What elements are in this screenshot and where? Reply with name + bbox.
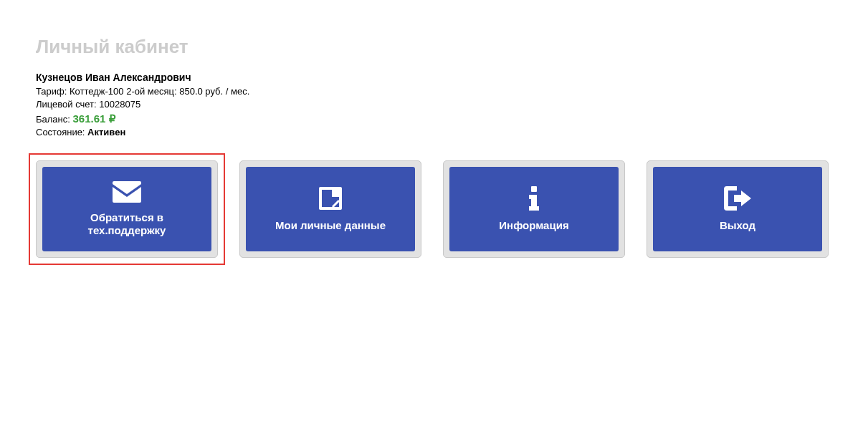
status-value: Активен — [87, 127, 125, 138]
user-info-block: Кузнецов Иван Александрович Тариф: Котте… — [36, 71, 832, 139]
note-icon — [319, 186, 342, 211]
card-support-highlight: Обратиться в тех.поддержку — [29, 153, 225, 265]
card-info-wrapper: Информация — [443, 160, 625, 258]
signout-icon — [724, 186, 751, 211]
cards-row: Обратиться в тех.поддержку — [36, 160, 832, 258]
card-support[interactable]: Обратиться в тех.поддержку — [42, 167, 211, 251]
balance-label: Баланс: — [36, 114, 70, 125]
card-info[interactable]: Информация — [449, 167, 619, 251]
card-personal-wrapper: Мои личные данные — [239, 160, 421, 258]
svg-rect-0 — [531, 186, 537, 192]
tariff-value: Коттедж-100 2-ой месяц: 850.0 руб. / мес… — [70, 86, 249, 97]
info-icon — [529, 186, 539, 211]
card-personal-label: Мои личные данные — [275, 219, 386, 233]
status-label: Состояние: — [36, 127, 85, 138]
account-value: 10028075 — [99, 99, 140, 110]
balance-value: 361.61 ₽ — [73, 112, 116, 125]
card-outer-info: Информация — [443, 160, 625, 258]
card-outer-exit: Выход — [647, 160, 829, 258]
card-personal[interactable]: Мои личные данные — [246, 167, 415, 251]
user-name: Кузнецов Иван Александрович — [36, 71, 832, 85]
card-exit[interactable]: Выход — [653, 167, 822, 251]
envelope-icon — [113, 181, 141, 203]
card-support-label: Обратиться в тех.поддержку — [88, 211, 166, 238]
page-title: Личный кабинет — [36, 36, 832, 58]
account-line: Лицевой счет: 10028075 — [36, 98, 832, 111]
card-outer-support: Обратиться в тех.поддержку — [36, 160, 218, 258]
card-outer-personal: Мои личные данные — [239, 160, 421, 258]
account-label: Лицевой счет: — [36, 99, 97, 110]
card-exit-wrapper: Выход — [647, 160, 829, 258]
tariff-label: Тариф: — [36, 86, 67, 97]
card-info-label: Информация — [499, 219, 568, 233]
status-line: Состояние: Активен — [36, 126, 832, 139]
tariff-line: Тариф: Коттедж-100 2-ой месяц: 850.0 руб… — [36, 85, 832, 98]
balance-line: Баланс: 361.61 ₽ — [36, 111, 832, 126]
card-exit-label: Выход — [720, 219, 755, 233]
